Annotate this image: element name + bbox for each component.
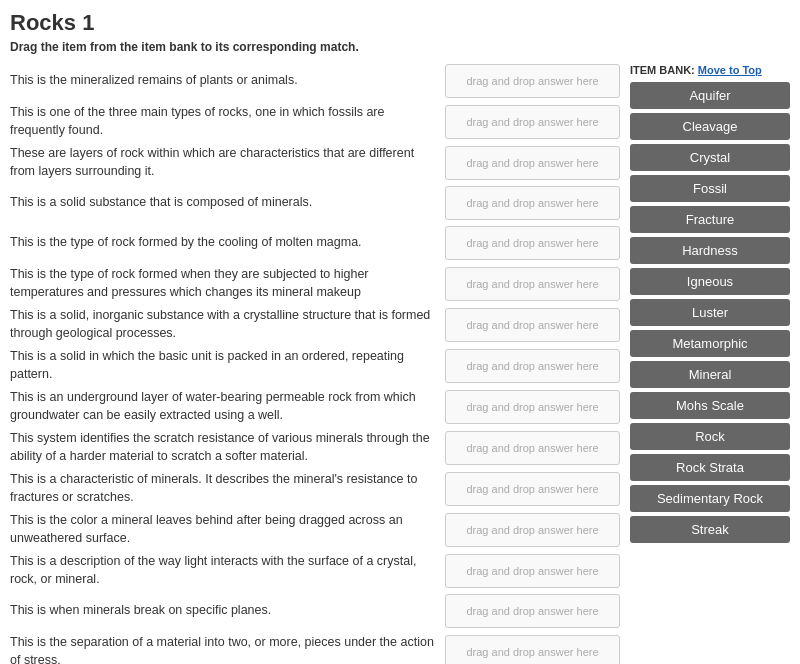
question-text: This is the type of rock formed by the c… xyxy=(10,234,437,252)
question-text: This is the type of rock formed when the… xyxy=(10,266,437,301)
drop-zone[interactable]: drag and drop answer here xyxy=(445,390,620,424)
question-text: This is a characteristic of minerals. It… xyxy=(10,471,437,506)
question-text: This is an underground layer of water-be… xyxy=(10,389,437,424)
question-row: This is one of the three main types of r… xyxy=(10,104,620,139)
question-row: This is a description of the way light i… xyxy=(10,553,620,588)
bank-item[interactable]: Luster xyxy=(630,299,790,326)
bank-item[interactable]: Aquifer xyxy=(630,82,790,109)
drop-zone[interactable]: drag and drop answer here xyxy=(445,554,620,588)
question-text: This system identifies the scratch resis… xyxy=(10,430,437,465)
drop-zone[interactable]: drag and drop answer here xyxy=(445,64,620,98)
question-text: This is a description of the way light i… xyxy=(10,553,437,588)
instructions-text: Drag the item from the item bank to its … xyxy=(10,40,790,54)
question-text: This is a solid, inorganic substance wit… xyxy=(10,307,437,342)
move-to-top-link[interactable]: Move to Top xyxy=(698,64,762,76)
drop-zone[interactable]: drag and drop answer here xyxy=(445,146,620,180)
bank-item[interactable]: Mohs Scale xyxy=(630,392,790,419)
question-row: This is a solid, inorganic substance wit… xyxy=(10,307,620,342)
question-text: This is the separation of a material int… xyxy=(10,634,437,664)
question-text: This is the mineralized remains of plant… xyxy=(10,72,437,90)
question-text: This is one of the three main types of r… xyxy=(10,104,437,139)
question-text: This is a solid substance that is compos… xyxy=(10,194,437,212)
drop-zone[interactable]: drag and drop answer here xyxy=(445,105,620,139)
questions-section: This is the mineralized remains of plant… xyxy=(10,64,620,664)
question-row: This is the separation of a material int… xyxy=(10,634,620,664)
question-row: This is the color a mineral leaves behin… xyxy=(10,512,620,547)
bank-item[interactable]: Fracture xyxy=(630,206,790,233)
drop-zone[interactable]: drag and drop answer here xyxy=(445,226,620,260)
drop-zone[interactable]: drag and drop answer here xyxy=(445,472,620,506)
question-row: This is the type of rock formed by the c… xyxy=(10,226,620,260)
question-text: This is when minerals break on specific … xyxy=(10,602,437,620)
drop-zone[interactable]: drag and drop answer here xyxy=(445,267,620,301)
question-row: This is the type of rock formed when the… xyxy=(10,266,620,301)
bank-item[interactable]: Crystal xyxy=(630,144,790,171)
question-row: These are layers of rock within which ar… xyxy=(10,145,620,180)
bank-item[interactable]: Hardness xyxy=(630,237,790,264)
bank-item[interactable]: Metamorphic xyxy=(630,330,790,357)
bank-item[interactable]: Rock xyxy=(630,423,790,450)
main-container: This is the mineralized remains of plant… xyxy=(10,64,790,664)
question-row: This is a solid substance that is compos… xyxy=(10,186,620,220)
bank-item[interactable]: Mineral xyxy=(630,361,790,388)
question-row: This is the mineralized remains of plant… xyxy=(10,64,620,98)
question-text: This is a solid in which the basic unit … xyxy=(10,348,437,383)
item-bank-section: ITEM BANK: Move to Top AquiferCleavageCr… xyxy=(630,64,790,547)
question-row: This system identifies the scratch resis… xyxy=(10,430,620,465)
bank-item[interactable]: Fossil xyxy=(630,175,790,202)
drop-zone[interactable]: drag and drop answer here xyxy=(445,349,620,383)
drop-zone[interactable]: drag and drop answer here xyxy=(445,308,620,342)
bank-item[interactable]: Streak xyxy=(630,516,790,543)
page-title: Rocks 1 xyxy=(10,10,790,36)
bank-item[interactable]: Igneous xyxy=(630,268,790,295)
bank-item[interactable]: Cleavage xyxy=(630,113,790,140)
question-text: These are layers of rock within which ar… xyxy=(10,145,437,180)
item-bank-label: ITEM BANK: xyxy=(630,64,695,76)
question-row: This is when minerals break on specific … xyxy=(10,594,620,628)
question-row: This is a characteristic of minerals. It… xyxy=(10,471,620,506)
drop-zone[interactable]: drag and drop answer here xyxy=(445,186,620,220)
drop-zone[interactable]: drag and drop answer here xyxy=(445,513,620,547)
item-bank-header: ITEM BANK: Move to Top xyxy=(630,64,790,76)
bank-item[interactable]: Sedimentary Rock xyxy=(630,485,790,512)
bank-item[interactable]: Rock Strata xyxy=(630,454,790,481)
drop-zone[interactable]: drag and drop answer here xyxy=(445,635,620,665)
drop-zone[interactable]: drag and drop answer here xyxy=(445,431,620,465)
question-row: This is a solid in which the basic unit … xyxy=(10,348,620,383)
question-row: This is an underground layer of water-be… xyxy=(10,389,620,424)
question-text: This is the color a mineral leaves behin… xyxy=(10,512,437,547)
drop-zone[interactable]: drag and drop answer here xyxy=(445,594,620,628)
